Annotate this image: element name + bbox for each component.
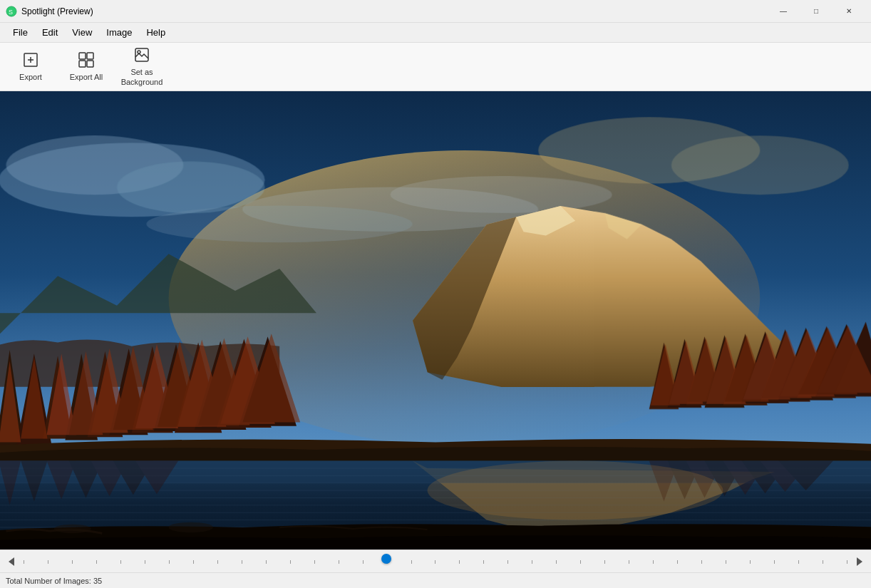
svg-point-94 [428,461,723,520]
export-all-label: Export All [70,73,103,82]
export-all-icon [78,51,95,71]
set-background-button[interactable]: Set as Background [117,46,167,88]
window-controls: — □ ✕ [767,0,865,23]
export-label: Export [19,73,42,82]
menu-bar: File Edit View Image Help [0,23,871,43]
slider-thumb[interactable] [381,554,391,564]
svg-rect-3 [79,53,86,59]
svg-text:S: S [9,9,13,16]
landscape-image [0,91,871,550]
slider-prev-button[interactable] [3,553,20,570]
status-text: Total Number of Images: 35 [6,577,102,585]
svg-rect-6 [87,61,93,67]
maximize-button[interactable]: □ [800,0,833,23]
slider-container [23,559,848,564]
svg-point-95 [54,525,91,533]
svg-rect-5 [79,61,86,67]
app-icon: S [6,6,17,17]
svg-marker-98 [857,557,862,566]
menu-file[interactable]: File [6,24,35,41]
svg-point-15 [671,135,849,195]
svg-point-96 [169,522,213,533]
menu-help[interactable]: Help [139,24,172,41]
svg-point-13 [117,162,264,214]
export-icon [22,51,39,71]
export-button[interactable]: Export [6,46,56,88]
image-area [0,91,871,550]
svg-rect-4 [87,53,93,59]
title-bar: S Spotlight (Preview) — □ ✕ [0,0,871,23]
svg-point-17 [391,176,612,213]
set-background-label: Set as Background [120,68,164,86]
menu-image[interactable]: Image [99,24,139,41]
toolbar: Export Export All Set as Background [0,43,871,91]
tick-row [23,560,848,564]
slider-bar [0,550,871,572]
svg-marker-97 [9,557,14,566]
slider-next-button[interactable] [851,553,868,570]
close-button[interactable]: ✕ [833,0,865,23]
app-title: Spotlight (Preview) [21,6,767,16]
status-bar: Total Number of Images: 35 [0,572,871,588]
export-all-button[interactable]: Export All [61,46,111,88]
set-background-icon [133,46,150,66]
menu-edit[interactable]: Edit [35,24,65,41]
minimize-button[interactable]: — [767,0,800,23]
svg-point-18 [146,206,412,243]
svg-point-8 [138,51,140,53]
menu-view[interactable]: View [65,24,99,41]
